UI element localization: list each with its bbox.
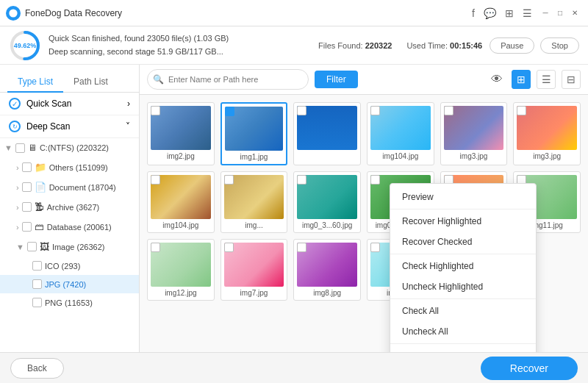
sidebar-item-image[interactable]: ▼ 🖼 Image (26362) bbox=[0, 237, 139, 257]
document-expand: › bbox=[16, 183, 19, 192]
search-input[interactable] bbox=[147, 69, 309, 90]
grid-item-checkbox[interactable] bbox=[225, 107, 234, 116]
sidebar-item-others[interactable]: › 📁 Others (151099) bbox=[0, 157, 139, 177]
context-menu: Preview Recover Highlighted Recover Chec… bbox=[390, 183, 537, 352]
progress-bar: 49.62% Quick Scan finished, found 23050 … bbox=[0, 26, 588, 65]
tab-path-list[interactable]: Path List bbox=[63, 72, 118, 93]
context-divider-3 bbox=[390, 298, 536, 299]
used-time: Used Time: 00:15:46 bbox=[406, 41, 482, 50]
context-list-preview[interactable]: List Preview File and Info bbox=[390, 346, 536, 352]
grid-item-filename: img3.jpg bbox=[517, 152, 577, 160]
quick-scan-chevron: › bbox=[127, 99, 130, 109]
c-drive-expand: ▼ bbox=[4, 143, 12, 152]
eye-icon[interactable]: 👁 bbox=[491, 73, 503, 86]
bottom-bar: Back Recover bbox=[0, 352, 588, 383]
database-folder-icon: 🗃 bbox=[35, 221, 44, 232]
sidebar-item-deep-scan[interactable]: ↻ Deep Scan ˅ bbox=[0, 115, 139, 138]
image-folder-icon: 🖼 bbox=[40, 241, 49, 252]
facebook-icon[interactable]: f bbox=[472, 7, 475, 19]
sidebar-item-ico[interactable]: ICO (293) bbox=[0, 257, 139, 275]
grid-icon[interactable]: ⊞ bbox=[505, 7, 514, 19]
database-checkbox[interactable] bbox=[22, 222, 32, 232]
grid-item[interactable]: img8.jpg bbox=[293, 239, 361, 301]
list-view-button[interactable]: ☰ bbox=[537, 70, 556, 89]
grid-item-checkbox[interactable] bbox=[370, 175, 380, 185]
stop-button[interactable]: Stop bbox=[540, 37, 579, 54]
context-check-highlighted[interactable]: Check Highlighted bbox=[390, 256, 536, 276]
archive-expand: › bbox=[16, 203, 19, 212]
sidebar-item-document[interactable]: › 📄 Document (18704) bbox=[0, 177, 139, 197]
grid-item-checkbox[interactable] bbox=[151, 106, 160, 115]
sidebar-item-jpg[interactable]: JPG (7420) bbox=[0, 275, 139, 293]
grid-item[interactable]: img7.jpg bbox=[220, 239, 288, 301]
grid-item[interactable]: img104.jpg bbox=[367, 102, 434, 165]
grid-item[interactable]: img3.jpg bbox=[513, 102, 581, 165]
search-icon: 🔍 bbox=[153, 74, 164, 85]
back-button[interactable]: Back bbox=[10, 358, 64, 379]
context-uncheck-all[interactable]: Uncheck All bbox=[390, 321, 536, 342]
grid-view-button[interactable]: ⊞ bbox=[512, 70, 531, 89]
sidebar-item-database[interactable]: › 🗃 Database (20061) bbox=[0, 217, 139, 237]
others-expand: › bbox=[16, 163, 19, 172]
grid-container: img2.jpgimg1.jpgimg104.jpgimg3.jpgimg3.j… bbox=[140, 95, 588, 352]
grid-item-checkbox[interactable] bbox=[224, 175, 234, 185]
ico-checkbox[interactable] bbox=[32, 261, 42, 271]
files-found: Files Found: 220322 bbox=[318, 41, 392, 50]
maximize-button[interactable]: □ bbox=[553, 6, 567, 21]
grid-item[interactable]: img... bbox=[220, 171, 288, 233]
chat-icon[interactable]: 💬 bbox=[484, 7, 496, 19]
right-panel: 🔍 Filter 👁 ⊞ ☰ ⊟ img2.jpgimg1.jpgimg104.… bbox=[140, 65, 588, 352]
image-checkbox[interactable] bbox=[27, 242, 37, 251]
grid-item-checkbox[interactable] bbox=[297, 175, 306, 185]
grid-item[interactable]: img12.jpg bbox=[147, 239, 215, 301]
app-title: FoneDog Data Recovery bbox=[25, 8, 472, 18]
grid-item-checkbox[interactable] bbox=[297, 106, 306, 115]
progress-line1: Quick Scan finished, found 23050 file(s)… bbox=[49, 32, 311, 46]
png-checkbox[interactable] bbox=[32, 298, 42, 307]
grid-item-checkbox[interactable] bbox=[151, 175, 160, 185]
minimize-button[interactable]: ─ bbox=[538, 6, 553, 21]
grid-item-filename: img104.jpg bbox=[370, 152, 431, 160]
jpg-checkbox[interactable] bbox=[32, 279, 42, 289]
sidebar-item-png[interactable]: PNG (11653) bbox=[0, 293, 139, 312]
sidebar-item-quick-scan[interactable]: ✓ Quick Scan › bbox=[0, 93, 139, 115]
context-preview[interactable]: Preview bbox=[390, 187, 536, 207]
grid-item-filename: img7.jpg bbox=[224, 289, 284, 297]
grid-item[interactable]: img104.jpg bbox=[147, 171, 215, 233]
c-drive-folder-icon: 🖥 bbox=[28, 143, 37, 153]
context-uncheck-highlighted[interactable]: Uncheck Highlighted bbox=[390, 276, 536, 297]
grid-item-checkbox[interactable] bbox=[297, 243, 306, 252]
c-drive-checkbox[interactable] bbox=[15, 143, 25, 153]
grid-item-checkbox[interactable] bbox=[370, 106, 380, 115]
grid-item[interactable] bbox=[293, 102, 361, 165]
recover-button[interactable]: Recover bbox=[481, 357, 578, 380]
context-recover-highlighted[interactable]: Recover Highlighted bbox=[390, 211, 536, 232]
grid-item-checkbox[interactable] bbox=[370, 243, 380, 252]
close-button[interactable]: ✕ bbox=[567, 6, 582, 21]
grid-item-checkbox[interactable] bbox=[517, 106, 526, 115]
sidebar-item-c-drive[interactable]: ▼ 🖥 C:(NTFS) (220322) bbox=[0, 138, 139, 157]
grid-item[interactable]: img2.jpg bbox=[147, 102, 215, 165]
toolbar: 🔍 Filter 👁 ⊞ ☰ ⊟ bbox=[140, 65, 588, 95]
detail-view-button[interactable]: ⊟ bbox=[562, 70, 581, 89]
context-check-all[interactable]: Check All bbox=[390, 301, 536, 321]
document-checkbox[interactable] bbox=[22, 182, 32, 192]
grid-item[interactable]: img1.jpg bbox=[220, 102, 288, 165]
grid-item-checkbox[interactable] bbox=[224, 243, 234, 252]
menu-icon[interactable]: ☰ bbox=[523, 7, 532, 19]
grid-item-filename: img0_3...60.jpg bbox=[297, 221, 357, 229]
grid-item[interactable]: img0_3...60.jpg bbox=[293, 171, 361, 233]
grid-item-checkbox[interactable] bbox=[151, 243, 160, 252]
filter-button[interactable]: Filter bbox=[315, 71, 358, 88]
others-checkbox[interactable] bbox=[22, 162, 32, 172]
context-recover-checked[interactable]: Recover Checked bbox=[390, 232, 536, 252]
tab-type-list[interactable]: Type List bbox=[7, 72, 63, 93]
grid-item-checkbox[interactable] bbox=[444, 106, 453, 115]
app-logo bbox=[6, 6, 21, 21]
title-bar: FoneDog Data Recovery f 💬 ⊞ ☰ ─ □ ✕ bbox=[0, 0, 588, 26]
archive-checkbox[interactable] bbox=[22, 202, 32, 212]
sidebar-item-archive[interactable]: › 🗜 Archive (3627) bbox=[0, 197, 139, 217]
others-folder-icon: 📁 bbox=[35, 162, 46, 173]
grid-item[interactable]: img3.jpg bbox=[440, 102, 508, 165]
pause-button[interactable]: Pause bbox=[490, 37, 534, 54]
